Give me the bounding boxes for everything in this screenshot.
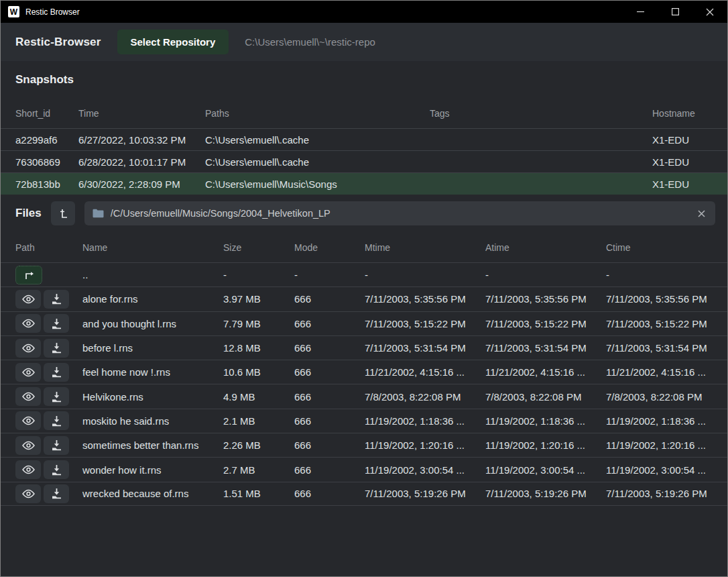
download-file-button[interactable] <box>44 460 69 479</box>
file-size: 1.51 MB <box>223 488 294 499</box>
file-ctime: 11/21/2002, 4:15:16 ... <box>606 366 713 378</box>
file-ctime: 11/19/2002, 1:20:16 ... <box>606 439 713 451</box>
download-file-button[interactable] <box>44 411 69 430</box>
download-file-button[interactable] <box>44 314 69 333</box>
eye-icon <box>22 441 35 450</box>
file-row: moskito he said.rns 2.1 MB 666 11/19/200… <box>1 409 727 433</box>
parent-directory-row: .. - - - - - <box>1 262 727 286</box>
file-atime: 11/19/2002, 1:20:16 ... <box>485 439 606 451</box>
file-mtime: 7/11/2003, 5:15:22 PM <box>365 318 485 329</box>
clear-path-button[interactable] <box>696 208 707 219</box>
download-file-button[interactable] <box>44 436 69 455</box>
download-icon <box>51 318 62 329</box>
snapshot-hostname: X1-EDU <box>652 156 713 168</box>
snapshot-row-selected[interactable]: 72b813bb 6/30/2022, 2:28:09 PM C:\Users\… <box>1 172 727 195</box>
file-mtime: - <box>365 269 485 280</box>
file-name: before l.rns <box>82 342 223 354</box>
file-ctime: 11/19/2002, 3:00:54 ... <box>606 464 713 476</box>
snapshot-hostname: X1-EDU <box>652 134 713 146</box>
file-name: wrecked because of.rns <box>82 488 223 499</box>
preview-file-button[interactable] <box>15 290 41 309</box>
close-button[interactable] <box>692 1 727 23</box>
row-actions <box>15 484 82 503</box>
file-ctime: 7/11/2003, 5:19:26 PM <box>606 488 713 499</box>
snapshot-paths: C:\Users\emuell\.cache <box>205 134 430 146</box>
download-file-button[interactable] <box>44 484 69 503</box>
file-size: 2.7 MB <box>223 464 294 476</box>
column-header-name: Name <box>82 242 223 253</box>
file-name[interactable]: .. <box>82 269 223 280</box>
window-title: Restic Browser <box>25 7 80 17</box>
snapshot-row[interactable]: a2299af6 6/27/2022, 10:03:32 PM C:\Users… <box>1 128 727 150</box>
files-heading: Files <box>15 207 42 220</box>
preview-file-button[interactable] <box>15 411 41 430</box>
file-mtime: 11/19/2002, 3:00:54 ... <box>365 464 485 476</box>
file-size: 2.1 MB <box>223 415 294 427</box>
file-atime: 7/11/2003, 5:15:22 PM <box>485 318 606 329</box>
column-header-atime: Atime <box>485 242 606 253</box>
file-name: feel home now !.rns <box>82 366 223 378</box>
preview-file-button[interactable] <box>15 460 41 479</box>
row-actions <box>15 266 82 284</box>
eye-icon <box>22 392 35 401</box>
preview-file-button[interactable] <box>15 436 41 455</box>
row-actions <box>15 387 82 406</box>
file-mtime: 7/11/2003, 5:19:26 PM <box>365 488 485 499</box>
eye-icon <box>22 295 35 304</box>
file-name: wonder how it.rns <box>82 464 223 476</box>
file-mode: 666 <box>294 366 365 378</box>
download-file-button[interactable] <box>44 290 69 309</box>
file-atime: 7/11/2003, 5:31:54 PM <box>485 342 606 354</box>
file-mode: 666 <box>294 391 365 403</box>
files-bar: Files /C/Users/emuell/Music/Songs/2004_H… <box>1 195 727 232</box>
snapshot-short-id: a2299af6 <box>15 134 78 146</box>
row-actions <box>15 411 82 430</box>
preview-file-button[interactable] <box>15 339 41 358</box>
download-file-button[interactable] <box>44 363 69 382</box>
file-atime: 11/21/2002, 4:15:16 ... <box>485 366 606 378</box>
snapshot-time: 6/30/2022, 2:28:09 PM <box>78 178 205 190</box>
eye-icon <box>22 368 35 377</box>
preview-file-button[interactable] <box>15 314 41 333</box>
snapshot-time: 6/27/2022, 10:03:32 PM <box>78 134 205 146</box>
eye-icon <box>22 416 35 425</box>
preview-file-button[interactable] <box>15 387 41 406</box>
file-atime: 11/19/2002, 3:00:54 ... <box>485 464 606 476</box>
column-header-tags: Tags <box>430 108 652 119</box>
current-path-value: /C/Users/emuell/Music/Songs/2004_Helveti… <box>111 208 689 219</box>
row-actions <box>15 460 82 479</box>
minimize-button[interactable] <box>623 1 658 23</box>
preview-file-button[interactable] <box>15 363 41 382</box>
app-title: Restic-Browser <box>15 36 101 49</box>
repository-path: C:\Users\emuell\~\restic-repo <box>245 36 375 48</box>
go-up-directory-button[interactable] <box>15 266 42 284</box>
snapshot-short-id: 76306869 <box>15 156 78 168</box>
column-header-short-id: Short_id <box>15 108 78 119</box>
file-name: alone for.rns <box>82 293 223 305</box>
download-file-button[interactable] <box>44 339 69 358</box>
select-repository-button[interactable]: Select Repository <box>117 30 229 54</box>
file-size: 12.8 MB <box>223 342 294 354</box>
file-ctime: 7/11/2003, 5:15:22 PM <box>606 318 713 329</box>
snapshots-table-header: Short_id Time Paths Tags Hostname <box>1 99 727 128</box>
download-file-button[interactable] <box>44 387 69 406</box>
file-atime: 7/11/2003, 5:19:26 PM <box>485 488 606 499</box>
file-ctime: 11/19/2002, 1:18:36 ... <box>606 415 713 427</box>
file-row: Helvikone.rns 4.9 MB 666 7/8/2003, 8:22:… <box>1 384 727 408</box>
file-mtime: 7/8/2003, 8:22:08 PM <box>365 391 485 403</box>
dump-snapshot-button[interactable] <box>51 201 75 225</box>
row-actions <box>15 363 82 382</box>
file-mode: 666 <box>294 439 365 451</box>
preview-file-button[interactable] <box>15 484 41 503</box>
file-mtime: 11/19/2002, 1:20:16 ... <box>365 439 485 451</box>
file-name: Helvikone.rns <box>82 391 223 403</box>
snapshot-row[interactable]: 76306869 6/28/2022, 10:01:17 PM C:\Users… <box>1 150 727 172</box>
maximize-button[interactable] <box>658 1 692 23</box>
eye-icon <box>22 319 35 328</box>
toolbar: Restic-Browser Select Repository C:\User… <box>1 23 727 61</box>
column-header-ctime: Ctime <box>606 242 713 253</box>
file-mode: 666 <box>294 342 365 354</box>
current-path-box[interactable]: /C/Users/emuell/Music/Songs/2004_Helveti… <box>84 201 715 225</box>
file-row: sometimes better than.rns 2.26 MB 666 11… <box>1 433 727 457</box>
file-name: and you thought l.rns <box>82 318 223 329</box>
